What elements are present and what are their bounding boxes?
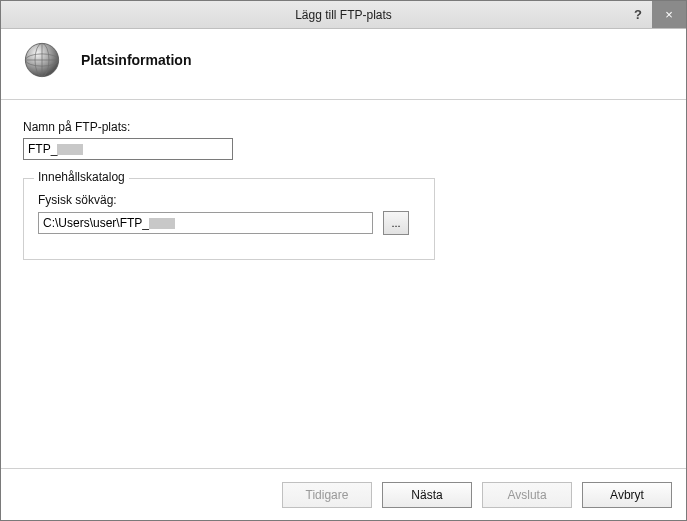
site-name-label: Namn på FTP-plats:: [23, 120, 664, 134]
next-button[interactable]: Nästa: [382, 482, 472, 508]
ellipsis-icon: ...: [391, 218, 400, 229]
finish-button: Avsluta: [482, 482, 572, 508]
physical-path-label: Fysisk sökväg:: [38, 193, 420, 207]
wizard-header: Platsinformation: [1, 29, 686, 100]
physical-path-input[interactable]: C:\Users\user\FTP_: [38, 212, 373, 234]
physical-path-row: C:\Users\user\FTP_ ...: [38, 211, 420, 235]
close-button[interactable]: ×: [652, 1, 686, 28]
help-icon: ?: [634, 7, 642, 22]
site-name-input[interactable]: FTP_: [23, 138, 233, 160]
physical-path-value-redacted: [149, 218, 175, 229]
site-name-value-redacted: [57, 144, 83, 155]
content-directory-group: Innehållskatalog Fysisk sökväg: C:\Users…: [23, 178, 435, 260]
help-button[interactable]: ?: [624, 1, 652, 28]
globe-icon: [21, 39, 63, 81]
wizard-page-title: Platsinformation: [81, 52, 191, 68]
previous-button: Tidigare: [282, 482, 372, 508]
window-title: Lägg till FTP-plats: [1, 8, 686, 22]
browse-button[interactable]: ...: [383, 211, 409, 235]
cancel-button[interactable]: Avbryt: [582, 482, 672, 508]
wizard-content: Namn på FTP-plats: FTP_ Innehållskatalog…: [1, 100, 686, 468]
content-directory-legend: Innehållskatalog: [34, 170, 129, 184]
titlebar: Lägg till FTP-plats ? ×: [1, 1, 686, 29]
dialog-window: Lägg till FTP-plats ? × P: [0, 0, 687, 521]
close-icon: ×: [665, 7, 673, 22]
site-name-value-prefix: FTP_: [28, 142, 57, 156]
physical-path-value-prefix: C:\Users\user\FTP_: [43, 216, 149, 230]
wizard-footer: Tidigare Nästa Avsluta Avbryt: [1, 468, 686, 520]
titlebar-buttons: ? ×: [624, 1, 686, 28]
